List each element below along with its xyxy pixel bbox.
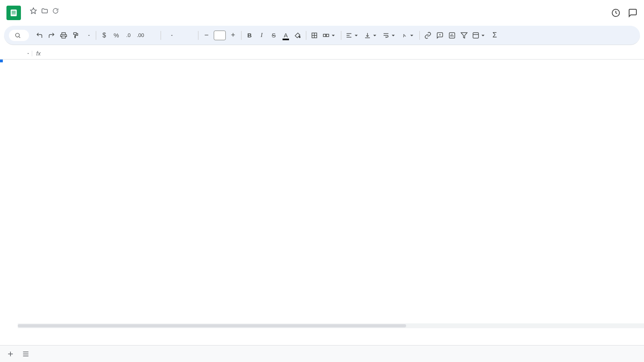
chevron-down-icon xyxy=(479,32,487,39)
menu-file[interactable] xyxy=(26,15,32,19)
halign-button[interactable] xyxy=(344,29,361,41)
decrease-fontsize-button[interactable]: − xyxy=(201,29,212,41)
menu-extensions[interactable] xyxy=(76,15,83,19)
svg-rect-3 xyxy=(12,13,16,14)
add-sheet-button[interactable] xyxy=(3,347,18,361)
undo-button[interactable] xyxy=(34,29,45,41)
chevron-down-icon xyxy=(170,33,174,37)
search-icon xyxy=(14,32,21,39)
grid-area[interactable] xyxy=(0,60,644,345)
search-menus[interactable] xyxy=(9,30,29,41)
menu-edit[interactable] xyxy=(33,15,39,19)
menubar xyxy=(26,15,90,19)
menu-tools[interactable] xyxy=(69,15,76,19)
cloud-sync-icon xyxy=(52,8,59,14)
rotate-button[interactable]: A xyxy=(399,29,417,41)
star-icon[interactable] xyxy=(30,7,37,14)
menu-insert[interactable] xyxy=(47,15,54,19)
chevron-down-icon xyxy=(371,32,378,39)
chevron-down-icon xyxy=(408,32,415,39)
increase-fontsize-button[interactable]: + xyxy=(227,29,239,41)
svg-rect-10 xyxy=(74,33,77,35)
title-area xyxy=(26,7,90,19)
chevron-down-icon xyxy=(330,32,337,39)
formula-bar: fx xyxy=(0,47,644,60)
fill-handle[interactable] xyxy=(0,60,3,62)
menu-view[interactable] xyxy=(40,15,47,19)
svg-rect-15 xyxy=(326,34,329,37)
number-format-button[interactable] xyxy=(147,29,158,41)
svg-text:A: A xyxy=(402,33,407,38)
menu-help[interactable] xyxy=(84,15,90,19)
all-sheets-button[interactable] xyxy=(19,347,33,361)
comment-history-icon[interactable] xyxy=(628,8,638,18)
sheets-logo[interactable] xyxy=(6,6,21,20)
svg-marker-4 xyxy=(31,8,37,13)
zoom-dropdown[interactable] xyxy=(82,33,93,37)
filter-views-button[interactable] xyxy=(471,29,488,41)
svg-rect-14 xyxy=(323,34,326,37)
bold-button[interactable]: B xyxy=(244,29,255,41)
merge-button[interactable] xyxy=(321,29,339,41)
toolbar: $ % .0 .00 − + B I S A A Σ xyxy=(4,26,640,45)
svg-rect-9 xyxy=(62,36,66,38)
scrollbar-thumb[interactable] xyxy=(18,324,406,327)
svg-marker-29 xyxy=(461,33,467,38)
print-button[interactable] xyxy=(58,29,69,41)
percent-button[interactable]: % xyxy=(111,29,122,41)
functions-button[interactable]: Σ xyxy=(489,29,500,41)
chevron-down-icon xyxy=(87,33,91,37)
svg-point-6 xyxy=(16,33,19,37)
currency-button[interactable]: $ xyxy=(99,29,110,41)
sheet-tabs xyxy=(0,345,644,362)
increase-decimal-button[interactable]: .00 xyxy=(135,29,146,41)
fx-icon: fx xyxy=(32,50,45,57)
fontsize-input[interactable] xyxy=(214,31,226,40)
chevron-down-icon xyxy=(353,32,360,39)
move-folder-icon[interactable] xyxy=(41,7,48,14)
decrease-decimal-button[interactable]: .0 xyxy=(123,29,134,41)
save-status xyxy=(52,8,60,14)
wrap-button[interactable] xyxy=(381,29,398,41)
menu-format[interactable] xyxy=(55,15,61,19)
borders-button[interactable] xyxy=(309,29,320,41)
link-button[interactable] xyxy=(422,29,433,41)
svg-line-7 xyxy=(19,37,20,38)
svg-rect-30 xyxy=(473,33,479,38)
formula-input[interactable] xyxy=(45,47,641,59)
svg-rect-2 xyxy=(12,12,16,13)
name-box[interactable] xyxy=(3,51,32,56)
redo-button[interactable] xyxy=(46,29,57,41)
menu-data[interactable] xyxy=(62,15,68,19)
chevron-down-icon xyxy=(26,51,30,56)
horizontal-scrollbar[interactable] xyxy=(18,323,644,328)
chart-button[interactable] xyxy=(446,29,458,41)
svg-rect-1 xyxy=(12,11,16,12)
paint-format-button[interactable] xyxy=(70,29,81,41)
fill-color-button[interactable] xyxy=(292,29,303,41)
italic-button[interactable]: I xyxy=(256,29,267,41)
history-icon[interactable] xyxy=(611,8,621,18)
comment-button[interactable] xyxy=(434,29,446,41)
valign-button[interactable] xyxy=(362,29,380,41)
titlebar xyxy=(0,0,644,26)
filter-button[interactable] xyxy=(458,29,470,41)
strike-button[interactable]: S xyxy=(268,29,279,41)
text-color-button[interactable]: A xyxy=(280,29,291,41)
font-dropdown[interactable] xyxy=(163,33,196,37)
chevron-down-icon xyxy=(390,32,397,39)
svg-rect-8 xyxy=(62,33,66,35)
